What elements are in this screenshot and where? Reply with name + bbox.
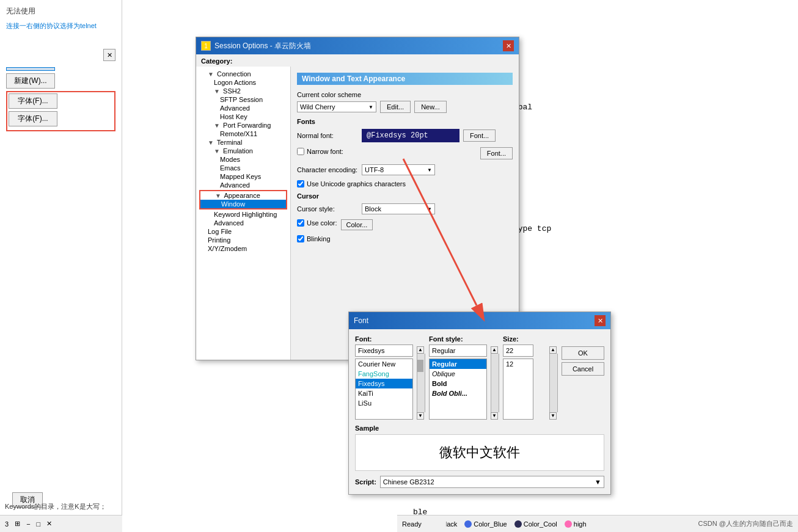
font-size-column: Size: 12 [503,335,546,420]
char-encoding-dropdown[interactable]: UTF-8 ▼ [362,164,435,175]
style-regular[interactable]: Regular [430,359,486,369]
unicode-label: Use Unicode graphics characters [307,180,406,188]
new-button[interactable]: New... [414,101,447,113]
size-12[interactable]: 12 [503,359,533,369]
font-columns: Font: Courier New FangSong Fixedsys KaiT… [355,335,604,420]
tree-advanced-terminal[interactable]: Advanced [199,181,287,189]
unicode-checkbox[interactable] [297,180,304,188]
scroll-up[interactable]: ▲ [417,346,424,354]
tree-modes[interactable]: Modes [199,155,287,164]
size-scroll-up[interactable]: ▲ [549,346,557,354]
style-bold-oblique[interactable]: Bold Obli... [430,388,486,398]
category-panel: ▼ Connection Logon Actions ▼ SSH2 SFTP S… [196,67,291,360]
style-list[interactable]: Regular Oblique Bold Bold Obli... [429,359,487,420]
sample-section: 微软中文软件 [355,434,604,471]
tree-appearance[interactable]: ▼ Appearance [200,191,286,200]
tree-emacs[interactable]: Emacs [199,164,287,172]
narrow-font-label: Narrow font: [307,148,343,155]
tree-window[interactable]: Window [200,200,286,208]
no-use-text: 无法使用 [6,6,115,16]
tree-host-key[interactable]: Host Key [199,112,287,121]
cursor-style-dropdown[interactable]: Block ▼ [362,203,435,214]
use-color-checkbox[interactable] [297,219,304,227]
dialog-close-button[interactable]: ✕ [503,40,514,51]
char-encoding-label: Character encoding: [297,166,358,173]
tree-logon-actions[interactable]: Logon Actions [199,78,287,87]
size-scroll-track [549,354,558,412]
font-input[interactable] [355,344,413,357]
edit-button[interactable]: Edit... [380,101,411,113]
tree-port-forwarding[interactable]: ▼ Port Forwarding [199,121,287,129]
color-button[interactable]: Color... [341,219,373,230]
tree-sftp-session[interactable]: SFTP Session [199,95,287,104]
style-list-scrollbar[interactable]: ▲ ▼ [491,346,499,420]
tree-terminal[interactable]: ▼ Terminal [199,138,287,147]
tree-advanced2[interactable]: Advanced [199,219,287,227]
font-button-2[interactable]: 字体(F)... [9,111,57,126]
font-list[interactable]: Courier New FangSong Fixedsys KaiTi LiSu [355,359,413,420]
small-dialog-close[interactable]: ✕ [103,49,115,61]
tree-keyword-highlighting[interactable]: Keyword Highlighting [199,210,287,219]
bottom-bar-left: 3 ⊞ − □ ✕ [0,515,122,532]
category-label: Category: [196,54,519,67]
cancel-button[interactable]: Cancel [562,362,604,376]
font-item-fixedsys[interactable]: Fixedsys [356,379,412,388]
font-list-scrollbar[interactable]: ▲ ▼ [417,346,425,420]
color-high-label: high [574,520,587,528]
blinking-checkbox[interactable] [297,235,304,242]
color-blue-dot [464,520,472,528]
size-scroll-down[interactable]: ▼ [549,412,557,420]
font-dialog-close-button[interactable]: ✕ [595,315,606,326]
font-button-1[interactable]: Font... [463,129,496,142]
tree-advanced-ssh2[interactable]: Advanced [199,104,287,112]
style-scroll-up[interactable]: ▲ [491,346,498,354]
narrow-font-row: Narrow font: Font... [297,147,513,159]
color-scheme-row: Wild Cherry ▼ Edit... New... [297,101,513,113]
tree-xyz-modem[interactable]: X/Y/Zmodem [199,244,287,253]
color-cool-dot [514,520,522,528]
color-blue-item: Color_Blue [464,520,507,528]
cursor-style-label: Cursor style: [297,205,358,213]
blinking-label: Blinking [307,235,331,242]
tree-mapped-keys[interactable]: Mapped Keys [199,172,287,181]
style-scroll-down[interactable]: ▼ [491,412,498,420]
use-color-checkbox-row: Use color: [297,219,337,227]
tree-remote-x11[interactable]: Remote/X11 [199,129,287,138]
sample-text: 微软中文软件 [439,443,520,462]
minus-icon: − [26,520,30,528]
color-scheme-value: Wild Cherry [300,103,335,111]
scroll-down[interactable]: ▼ [417,412,424,420]
size-list[interactable]: 12 [503,359,533,420]
tree-connection[interactable]: ▼ Connection [199,70,287,78]
new-button[interactable]: 新建(W)... [6,73,55,89]
font-button-1[interactable]: 字体(F)... [9,93,57,109]
style-scroll-track [491,354,499,412]
page-icon: ⊞ [15,520,20,528]
color-cool-label: Color_Cool [524,520,557,528]
font-button-2[interactable]: Font... [480,147,513,159]
style-input[interactable] [429,344,487,357]
style-bold[interactable]: Bold [430,379,486,388]
font-item-lisu[interactable]: LiSu [356,398,412,408]
font-item-fangsong[interactable]: FangSong [356,369,412,379]
color-bar: Color_Black Color_Blue Color_Cool high C… [407,515,798,532]
tree-emulation[interactable]: ▼ Emulation [199,147,287,155]
color-blue-label: Color_Blue [474,520,507,528]
tree-ssh2[interactable]: ▼ SSH2 [199,87,287,95]
blinking-checkbox-row: Blinking [297,235,513,242]
font-item-kaiti[interactable]: KaiTi [356,388,412,398]
color-high-item: high [565,520,587,528]
script-dropdown[interactable]: Chinese GB2312 ▼ [380,476,604,488]
char-encoding-arrow: ▼ [427,167,432,173]
style-oblique[interactable]: Oblique [430,369,486,379]
narrow-font-checkbox[interactable] [297,148,304,155]
input-field[interactable] [6,67,55,71]
page-number: 3 [5,520,9,528]
size-input[interactable] [503,344,533,357]
color-scheme-dropdown[interactable]: Wild Cherry ▼ [297,101,376,112]
tree-log-file[interactable]: Log File [199,227,287,236]
tree-printing[interactable]: Printing [199,236,287,244]
ok-button[interactable]: OK [562,346,604,360]
size-scrollbar[interactable]: ▲ ▼ [549,346,558,420]
font-item-courier[interactable]: Courier New [356,359,412,369]
